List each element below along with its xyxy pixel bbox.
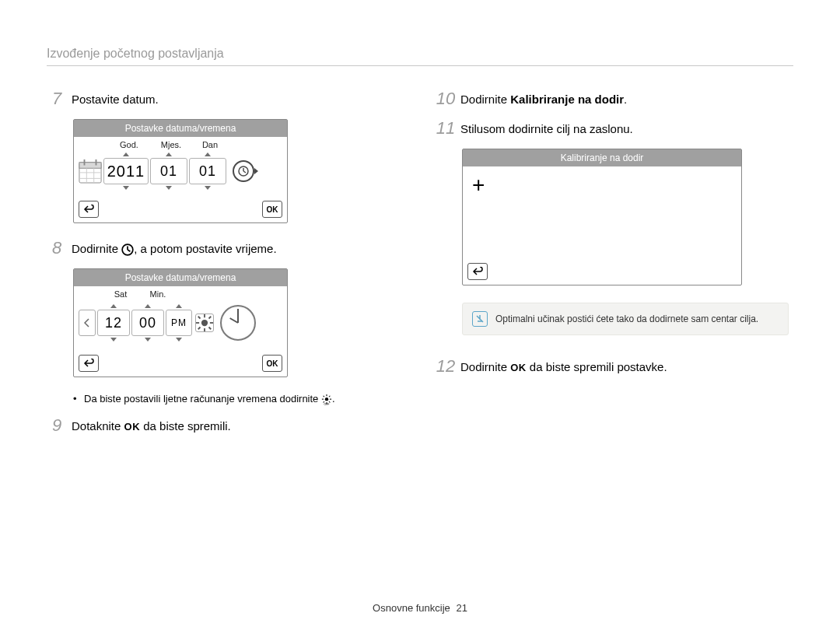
month-label: Mjes. bbox=[152, 140, 191, 149]
minute-tumbler[interactable]: 00 bbox=[131, 310, 164, 336]
analog-clock-icon bbox=[220, 305, 256, 341]
note-text: Optimalni učinak postići ćete tako da do… bbox=[495, 313, 758, 324]
back-button[interactable] bbox=[79, 201, 99, 218]
text: da biste spremili postavke. bbox=[527, 360, 667, 373]
svg-line-19 bbox=[198, 317, 201, 319]
text: , a potom postavite vrijeme. bbox=[134, 242, 276, 255]
step-number: 11 bbox=[436, 119, 456, 138]
ok-button[interactable]: OK bbox=[262, 355, 282, 372]
content-columns: 7 Postavite datum. Postavke datuma/vreme… bbox=[47, 89, 793, 446]
info-icon bbox=[472, 311, 488, 327]
step-text: Stilusom dodirnite cilj na zaslonu. bbox=[460, 119, 793, 137]
time-next-button[interactable] bbox=[233, 160, 254, 182]
min-label: Min. bbox=[139, 289, 177, 299]
back-button[interactable] bbox=[79, 355, 99, 372]
step-text: Dodirnite Kalibriranje na dodir. bbox=[460, 89, 793, 107]
ok-inline-icon: OK bbox=[510, 362, 527, 373]
svg-line-30 bbox=[329, 396, 330, 397]
hour-tumbler[interactable]: 12 bbox=[97, 310, 130, 336]
step-number: 8 bbox=[47, 239, 67, 257]
bullet-icon: • bbox=[73, 393, 84, 405]
step-text: Postavite datum. bbox=[72, 89, 404, 107]
sun-off-icon: OFF bbox=[321, 393, 332, 405]
calibration-target-icon[interactable]: + bbox=[472, 174, 485, 196]
day-tumbler[interactable]: 01 bbox=[189, 158, 226, 184]
calibration-screen: Kalibriranje na dodir + bbox=[462, 149, 742, 285]
dst-button[interactable] bbox=[195, 313, 214, 332]
step-number: 7 bbox=[47, 89, 67, 108]
calendar-icon bbox=[79, 156, 102, 187]
footer-page-number: 21 bbox=[456, 602, 467, 614]
ampm-tumbler[interactable]: PM bbox=[166, 310, 192, 336]
calibration-area[interactable]: + bbox=[463, 166, 741, 258]
svg-point-23 bbox=[325, 398, 328, 401]
ok-button[interactable]: OK bbox=[262, 201, 282, 218]
screen-title: Postavke datuma/vremena bbox=[74, 120, 287, 137]
date-prev-button[interactable] bbox=[79, 310, 96, 336]
step-8: 8 Dodirnite , a potom postavite vrijeme. bbox=[47, 239, 404, 257]
step-text: Dodirnite , a potom postavite vrijeme. bbox=[72, 239, 404, 257]
time-settings-screen: Postavke datuma/vremena Sat Min. 12 00 P… bbox=[73, 268, 288, 377]
date-settings-screen: Postavke datuma/vremena God. Mjes. Dan 2… bbox=[73, 119, 288, 223]
step-11: 11 Stilusom dodirnite cilj na zaslonu. bbox=[436, 119, 793, 138]
svg-line-21 bbox=[209, 317, 212, 319]
text: da biste spremili. bbox=[140, 419, 231, 433]
page-header: Izvođenje početnog postavljanja bbox=[47, 47, 793, 66]
right-column: 10 Dodirnite Kalibriranje na dodir. 11 S… bbox=[436, 89, 793, 446]
svg-line-28 bbox=[324, 396, 324, 397]
screen-title: Postavke datuma/vremena bbox=[74, 269, 287, 286]
step-10: 10 Dodirnite Kalibriranje na dodir. bbox=[436, 89, 793, 108]
step-text: Dotaknite OK da biste spremili. bbox=[72, 416, 404, 434]
svg-rect-1 bbox=[79, 163, 101, 169]
svg-line-20 bbox=[209, 328, 212, 330]
text: . bbox=[624, 93, 627, 106]
footer-section: Osnovne funkcije bbox=[373, 602, 450, 614]
ok-inline-icon: OK bbox=[124, 421, 141, 433]
clock-icon bbox=[121, 244, 134, 255]
text: Dotaknite bbox=[72, 419, 124, 433]
text: Dodirnite bbox=[460, 93, 510, 106]
text: Dodirnite bbox=[460, 360, 510, 373]
text: . bbox=[332, 393, 335, 405]
text: Dodirnite bbox=[72, 242, 121, 255]
text-bold: Kalibriranje na dodir bbox=[510, 93, 624, 106]
svg-text:OFF: OFF bbox=[324, 403, 329, 405]
hour-label: Sat bbox=[102, 289, 139, 299]
svg-line-10 bbox=[243, 171, 246, 173]
svg-point-14 bbox=[201, 320, 208, 326]
page-footer: Osnovne funkcije 21 bbox=[0, 602, 840, 614]
step-text: Dodirnite OK da biste spremili postavke. bbox=[460, 357, 793, 375]
month-tumbler[interactable]: 01 bbox=[150, 158, 187, 184]
back-button[interactable] bbox=[467, 263, 488, 280]
info-note: Optimalni učinak postići ćete tako da do… bbox=[462, 303, 789, 335]
step-number: 10 bbox=[436, 89, 456, 108]
left-column: 7 Postavite datum. Postavke datuma/vreme… bbox=[47, 89, 404, 446]
step-7: 7 Postavite datum. bbox=[47, 89, 404, 108]
year-tumbler[interactable]: 2011 bbox=[103, 158, 149, 184]
day-label: Dan bbox=[191, 140, 229, 149]
dst-note: • Da biste postavili ljetne računanje vr… bbox=[73, 393, 404, 405]
year-label: God. bbox=[107, 140, 152, 149]
svg-line-13 bbox=[128, 250, 130, 251]
step-number: 9 bbox=[47, 416, 67, 435]
step-12: 12 Dodirnite OK da biste spremili postav… bbox=[436, 357, 793, 376]
screen-title: Kalibriranje na dodir bbox=[463, 149, 741, 166]
text: Da biste postavili ljetne računanje vrem… bbox=[84, 393, 321, 405]
step-9: 9 Dotaknite OK da biste spremili. bbox=[47, 416, 404, 435]
step-number: 12 bbox=[436, 357, 456, 376]
svg-line-22 bbox=[198, 328, 201, 330]
